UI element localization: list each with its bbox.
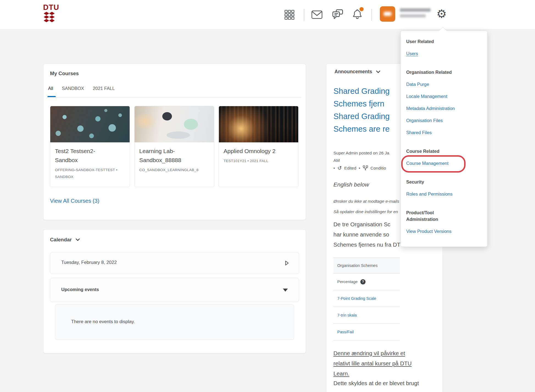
dtu-logo-wave-icon <box>43 12 55 23</box>
calendar-panel: Calendar Tuesday, February 8, 2022 Upcom… <box>43 229 306 353</box>
user-name-redacted[interactable] <box>400 8 431 18</box>
my-courses-title: My Courses <box>50 70 79 77</box>
course-card-test2-testsen2[interactable]: Test2 Testsen2-Sandbox OFFERING-SANDBOX-… <box>50 106 130 187</box>
mail-icon[interactable] <box>311 10 322 19</box>
menu-link-shared-files[interactable]: Shared Files <box>406 129 482 136</box>
course-image-students-working <box>135 106 214 142</box>
bell-icon[interactable] <box>352 9 363 20</box>
course-image-forest-sunlight <box>219 106 298 142</box>
view-all-courses-link[interactable]: View All Courses (3) <box>50 198 99 204</box>
bullet: • <box>333 166 335 171</box>
announcements-header[interactable]: Announcements <box>335 69 380 75</box>
calendar-header[interactable]: Calendar <box>50 237 80 243</box>
header-divider-dots-2 <box>371 9 372 21</box>
no-events-message: There are no events to display. <box>71 319 135 325</box>
course-card-learning-lab[interactable]: Learning Lab-Sandbox_88888 CO_SANDBOX_LE… <box>134 106 214 187</box>
course-title: Test2 Testsen2-Sandbox <box>55 146 113 165</box>
grading-schemes-table: Organisation Schemes Percentage ? 7-Poin… <box>333 258 400 340</box>
table-row-pass-fail: Pass/Fail <box>333 324 400 340</box>
top-header: DTU <box>0 0 535 29</box>
course-card-applied-omnology[interactable]: Applied Omnology 2 TEST101Y21 • 2021 FAL… <box>219 106 299 187</box>
calendar-date-row[interactable]: Tuesday, February 8, 2022 <box>50 252 299 274</box>
my-courses-panel: My Courses All SANDBOX 2021 FALL Test2 T… <box>43 64 306 220</box>
menu-heading-product-tool-administration: Product/Tool Administration <box>406 209 453 222</box>
table-row-7-trin: 7-trin skala <box>333 307 400 324</box>
help-icon[interactable]: ? <box>360 279 366 284</box>
announcement-underlined-note: Denne ændring vil påvirke et relativt li… <box>333 348 412 379</box>
upcoming-events-label: Upcoming events <box>61 287 99 292</box>
chat-icon[interactable] <box>332 9 343 20</box>
user-avatar[interactable] <box>380 6 395 22</box>
tab-2021-fall[interactable]: 2021 FALL <box>93 86 115 91</box>
bullet: • <box>359 166 360 171</box>
course-card-row: Test2 Testsen2-Sandbox OFFERING-SANDBOX-… <box>50 106 299 187</box>
course-code: CO_SANDBOX_LEARNINGLAB_88888 <box>139 167 199 173</box>
menu-link-view-product-versions[interactable]: View Product Versions <box>406 228 482 235</box>
danish-note-line1: Ønsker du ikke at modtage e-mails <box>333 199 399 204</box>
menu-link-locale-management[interactable]: Locale Management <box>406 93 482 100</box>
scheme-link[interactable]: Pass/Fail <box>337 330 354 334</box>
course-title: Learning Lab-Sandbox_88888 <box>139 146 197 165</box>
edited-label: Edited <box>344 166 356 171</box>
my-courses-tabs: All SANDBOX 2021 FALL <box>48 86 115 91</box>
announcement-meta-line1: Super Admin posted on 26 Ja <box>333 151 389 156</box>
conditional-label: Conditio <box>370 166 386 171</box>
history-icon: ↺ <box>337 165 342 171</box>
table-row-percentage: Percentage ? <box>333 273 400 290</box>
admin-settings-menu: User Related Users Organisation Related … <box>400 31 487 247</box>
announcement-meta-line2: AM <box>333 158 340 163</box>
tabs-divider <box>48 97 301 97</box>
tab-sandbox[interactable]: SANDBOX <box>62 86 84 91</box>
announcement-status-row: • ↺ Edited • Conditio <box>333 165 386 171</box>
table-row-7-point: 7-Point Grading Scale <box>333 290 400 307</box>
notification-dot <box>360 7 364 11</box>
header-divider-dots <box>304 9 305 21</box>
menu-heading-user-related: User Related <box>406 38 482 45</box>
tab-all[interactable]: All <box>48 86 53 91</box>
chevron-down-icon <box>76 238 80 241</box>
announcement-headline-link[interactable]: Shared Grading Schemes fjern Shared Grad… <box>333 85 390 135</box>
table-header: Organisation Schemes <box>333 258 400 273</box>
menu-link-data-purge[interactable]: Data Purge <box>406 81 482 88</box>
chevron-down-icon <box>376 70 380 73</box>
course-image-water-droplets <box>50 106 130 142</box>
dtu-logo-text: DTU <box>43 4 59 11</box>
announcements-title: Announcements <box>335 69 372 75</box>
scheme-link[interactable]: 7-Point Grading Scale <box>337 296 376 301</box>
course-code: OFFERING-SANDBOX-TESTTEST • SANDBOX <box>55 167 125 180</box>
scheme-link[interactable]: 7-trin skala <box>337 313 357 317</box>
calendar-title: Calendar <box>50 237 72 243</box>
english-below-text: English below <box>333 181 369 188</box>
expand-right-icon[interactable] <box>285 260 289 266</box>
course-management-highlight-annotation <box>401 155 466 173</box>
announcement-closing-line: Dette skyldes at de er blevet brugt <box>333 380 419 387</box>
release-conditions-icon <box>363 165 368 171</box>
collapse-triangle-icon[interactable] <box>283 289 288 292</box>
avatar-redacted-blob <box>384 12 391 16</box>
gear-icon[interactable]: ⚙ <box>436 8 447 20</box>
menu-link-roles-and-permissions[interactable]: Roles and Permissions <box>406 191 482 197</box>
upcoming-events-row[interactable]: Upcoming events <box>50 278 299 302</box>
menu-link-users[interactable]: Users <box>406 50 482 57</box>
menu-heading-security: Security <box>406 179 482 185</box>
danish-note-line2: Så opdater dine indstillinger for en <box>333 209 398 214</box>
app-grid-icon[interactable] <box>285 10 294 20</box>
dtu-logo[interactable]: DTU <box>43 4 59 23</box>
menu-heading-course-related: Course Related <box>406 148 482 154</box>
dtu-learn-dashboard: { "colors": { "link_blue": "#2073b6", "a… <box>0 0 535 392</box>
menu-link-metadata-administration[interactable]: Metadata Administration <box>406 105 482 112</box>
menu-link-organisation-files[interactable]: Organisation Files <box>406 117 482 124</box>
course-code: TEST101Y21 • 2021 FALL <box>224 157 294 164</box>
calendar-date-label: Tuesday, February 8, 2022 <box>61 260 117 265</box>
menu-heading-organisation-related: Organisation Related <box>406 69 482 75</box>
no-events-box: There are no events to display. <box>55 304 294 340</box>
course-title: Applied Omnology 2 <box>224 146 282 156</box>
